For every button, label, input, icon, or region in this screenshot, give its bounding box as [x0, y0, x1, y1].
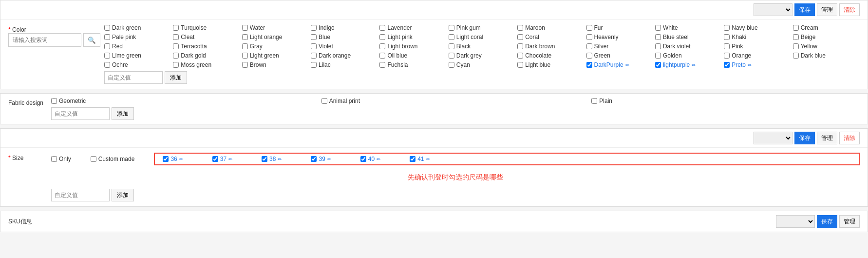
size-39: 39 ✏ [311, 156, 331, 162]
light-purple-edit-icon[interactable]: ✏ [692, 62, 696, 68]
color-dark-purple: DarkPurple ✏ [586, 61, 653, 68]
size-section: 选择模块 保存 管理 清除 Size Only Custom made 36 ✏ [0, 128, 868, 207]
fabric-geometric: Geometric [51, 98, 320, 104]
fabric-content: Geometric Animal print Plain 添加 [51, 98, 860, 120]
color-coral: Coral [517, 34, 584, 40]
size-39-edit-icon[interactable]: ✏ [327, 157, 331, 162]
color-maroon: Maroon [517, 24, 584, 31]
color-add-btn[interactable]: 添加 [165, 71, 187, 84]
color-label-area: Color 🔍 [8, 24, 100, 84]
fabric-animal-print: Animal print [321, 98, 590, 104]
sku-select-module[interactable]: 选择模块 [776, 215, 815, 228]
size-custom-row: 添加 [51, 189, 860, 201]
color-gray: Gray [242, 43, 309, 50]
size-body: Size Only Custom made 36 ✏ 37 ✏ [0, 148, 868, 206]
color-violet: Violet [311, 43, 377, 50]
color-light-coral: Light coral [449, 34, 515, 40]
color-terracotta: Terracotta [173, 43, 240, 50]
size-add-btn[interactable]: 添加 [112, 189, 134, 201]
size-save-btn[interactable]: 保存 [794, 132, 815, 144]
color-save-btn[interactable]: 保存 [794, 3, 815, 16]
color-lime-green: Lime green [104, 52, 171, 59]
color-dark-brown: Dark brown [517, 43, 584, 50]
fabric-add-btn[interactable]: 添加 [112, 107, 134, 120]
color-lavender: Lavender [379, 24, 446, 31]
size-annotation: 先确认刊登时勾选的尺码是哪些 [51, 169, 860, 186]
color-custom-row: 添加 [104, 71, 860, 84]
color-pink-gum: Pink gum [449, 24, 515, 31]
sku-section: SKU信息 选择模块 保存 管理 [0, 211, 868, 232]
size-38-edit-icon[interactable]: ✏ [278, 157, 282, 162]
color-manage-btn[interactable]: 管理 [817, 3, 837, 16]
sku-save-btn[interactable]: 保存 [817, 215, 837, 228]
size-manage-btn[interactable]: 管理 [817, 132, 837, 144]
color-dark-orange: Dark orange [311, 52, 377, 59]
size-custom-input[interactable] [51, 189, 110, 201]
sku-label: SKU信息 [8, 218, 32, 226]
color-orange: Orange [724, 52, 791, 59]
color-turquoise: Turquoise [173, 24, 240, 31]
size-37-edit-icon[interactable]: ✏ [228, 157, 232, 162]
dark-purple-edit-icon[interactable]: ✏ [625, 62, 629, 68]
color-search-btn[interactable]: 🔍 [83, 33, 100, 47]
sku-top-bar: SKU信息 选择模块 保存 管理 [0, 211, 868, 232]
size-select-module[interactable]: 选择模块 [754, 132, 793, 144]
color-cyan: Cyan [449, 61, 515, 68]
color-search-input[interactable] [8, 33, 81, 47]
fabric-section: Fabric design Geometric Animal print Pla… [0, 93, 868, 124]
fabric-label-area: Fabric design [8, 98, 47, 120]
color-moss-green: Moss green [173, 61, 240, 68]
color-beige: Beige [793, 34, 860, 40]
color-label: Color [8, 24, 100, 33]
color-brown: Brown [242, 61, 309, 68]
color-grid: Dark green Turquoise Water Indigo Lavend… [104, 24, 860, 68]
color-light-green: Light green [242, 52, 309, 59]
color-clear-btn[interactable]: 清除 [839, 3, 860, 16]
color-dark-gold: Dark gold [173, 52, 240, 59]
color-light-blue: Light blue [517, 61, 584, 68]
preto-edit-icon[interactable]: ✏ [748, 62, 752, 68]
size-only: Only [51, 156, 71, 162]
color-navy-blue: Navy blue [724, 24, 791, 31]
color-content: Dark green Turquoise Water Indigo Lavend… [104, 24, 860, 84]
color-black: Black [449, 43, 515, 50]
fabric-custom-row: 添加 [51, 107, 860, 120]
color-body: Color 🔍 Dark green Turquoise Water Indig… [0, 20, 868, 89]
fabric-custom-input[interactable] [51, 107, 110, 120]
color-select-module[interactable]: 选择模块 [754, 3, 793, 16]
size-highlighted-box: 36 ✏ 37 ✏ 38 ✏ 39 [154, 153, 860, 165]
color-pink: Pink [724, 43, 791, 50]
sku-manage-btn[interactable]: 管理 [839, 215, 860, 228]
color-light-brown: Light brown [379, 43, 446, 50]
fabric-plain: Plain [591, 98, 860, 104]
fabric-grid: Geometric Animal print Plain [51, 98, 860, 104]
color-red: Red [104, 43, 171, 50]
size-36: 36 ✏ [163, 156, 183, 162]
color-dark-grey: Dark grey [449, 52, 515, 59]
color-preto: Preto ✏ [724, 61, 791, 68]
size-clear-btn[interactable]: 清除 [839, 132, 860, 144]
color-water: Water [242, 24, 309, 31]
color-custom-input[interactable] [104, 71, 163, 84]
size-41-edit-icon[interactable]: ✏ [426, 157, 430, 162]
size-label-area: Size [8, 153, 47, 201]
color-fuchsia: Fuchsia [379, 61, 446, 68]
color-pale-pink: Pale pink [104, 34, 171, 40]
sku-actions: 选择模块 保存 管理 [776, 215, 860, 228]
color-light-orange: Light orange [242, 34, 309, 40]
color-golden: Golden [655, 52, 722, 59]
size-40-edit-icon[interactable]: ✏ [377, 157, 380, 162]
color-green: Green [586, 52, 653, 59]
color-cleat: Cleat [173, 34, 240, 40]
color-indigo: Indigo [311, 24, 377, 31]
color-chocolate: Chocolate [517, 52, 584, 59]
size-top-bar: 选择模块 保存 管理 清除 [0, 129, 868, 148]
color-cream: Cream [793, 24, 860, 31]
color-heavenly: Heavenly [586, 34, 653, 40]
size-custom-made: Custom made [91, 156, 135, 162]
size-label: Size [8, 153, 47, 161]
size-40: 40 ✏ [360, 156, 380, 162]
size-36-edit-icon[interactable]: ✏ [179, 157, 183, 162]
color-ochre: Ochre [104, 61, 171, 68]
size-37: 37 ✏ [212, 156, 232, 162]
